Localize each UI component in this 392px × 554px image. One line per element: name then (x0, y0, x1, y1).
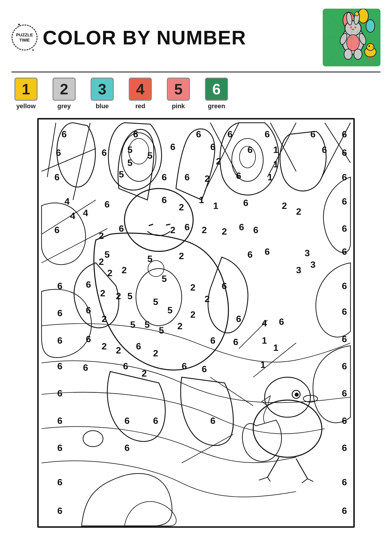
svg-line-45 (302, 479, 308, 483)
color-label-red: red (135, 102, 145, 110)
svg-line-59 (253, 343, 296, 377)
color-label-blue: blue (96, 102, 109, 110)
svg-line-58 (239, 320, 268, 349)
svg-line-55 (322, 123, 350, 177)
color-item-blue: 3blue (91, 78, 114, 110)
svg-point-5 (345, 21, 361, 36)
svg-line-56 (42, 200, 96, 234)
svg-line-47 (73, 123, 90, 200)
svg-point-27 (122, 133, 156, 181)
svg-point-36 (253, 400, 322, 457)
color-box-pink: 5 (167, 78, 190, 101)
svg-point-29 (232, 138, 263, 181)
svg-line-43 (268, 477, 270, 482)
svg-point-11 (347, 35, 359, 51)
logo: PUZZLE TIME (12, 25, 38, 50)
color-label-grey: grey (57, 102, 71, 110)
svg-point-3 (366, 20, 375, 32)
color-box-red: 4 (129, 78, 152, 101)
color-key: 1yellow2grey3blue4red5pink6green (12, 78, 380, 110)
color-box-green: 6 (205, 78, 228, 101)
color-item-grey: 2grey (53, 78, 76, 110)
color-item-green: 6green (205, 78, 228, 110)
svg-point-20 (369, 46, 370, 47)
svg-line-44 (296, 459, 308, 479)
page-title: COLOR BY NUMBER (43, 26, 246, 49)
svg-line-42 (259, 477, 268, 480)
svg-point-34 (136, 269, 182, 326)
color-item-red: 4red (129, 78, 152, 110)
page-header: PUZZLE TIME COLOR BY NUMBER (12, 9, 380, 66)
svg-point-63 (83, 431, 103, 447)
color-box-grey: 2 (53, 78, 76, 101)
logo-line2: TIME (19, 38, 30, 43)
svg-point-9 (354, 27, 356, 29)
puzzle-area: 6666666665556626116665662616444662116226… (37, 118, 355, 528)
logo-line1: PUZZLE (16, 32, 33, 38)
svg-line-61 (182, 434, 233, 463)
svg-point-40 (295, 393, 299, 397)
svg-line-32 (149, 224, 153, 226)
svg-line-46 (307, 479, 313, 482)
svg-point-10 (352, 29, 354, 30)
svg-point-30 (240, 146, 255, 168)
color-item-pink: 5pink (167, 78, 190, 110)
header-divider (12, 72, 380, 72)
svg-line-60 (210, 377, 253, 406)
svg-line-48 (47, 123, 56, 177)
svg-point-31 (124, 188, 193, 251)
svg-line-54 (325, 123, 350, 163)
color-box-yellow: 1 (14, 78, 38, 101)
svg-point-28 (129, 138, 149, 164)
completed-thumbnail (323, 9, 380, 66)
color-item-yellow: 1yellow (14, 78, 38, 110)
color-label-green: green (208, 102, 225, 110)
puzzle-line-art (39, 119, 353, 526)
color-label-pink: pink (172, 102, 185, 110)
header-left: PUZZLE TIME COLOR BY NUMBER (12, 25, 246, 50)
color-box-blue: 3 (91, 78, 114, 101)
svg-point-14 (344, 49, 352, 59)
svg-point-15 (354, 49, 362, 59)
svg-line-33 (166, 224, 170, 225)
color-label-yellow: yellow (16, 102, 36, 110)
svg-line-57 (42, 229, 107, 263)
thumbnail-svg (323, 9, 380, 66)
svg-point-16 (355, 12, 359, 16)
